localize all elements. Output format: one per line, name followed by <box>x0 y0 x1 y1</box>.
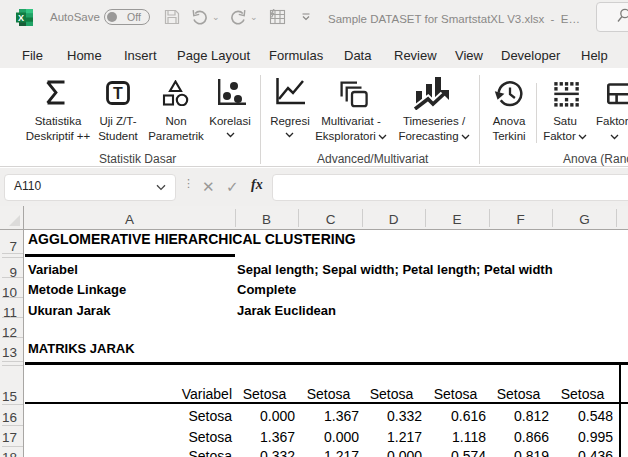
svg-text:T: T <box>113 85 123 102</box>
svg-text:X: X <box>18 13 24 23</box>
